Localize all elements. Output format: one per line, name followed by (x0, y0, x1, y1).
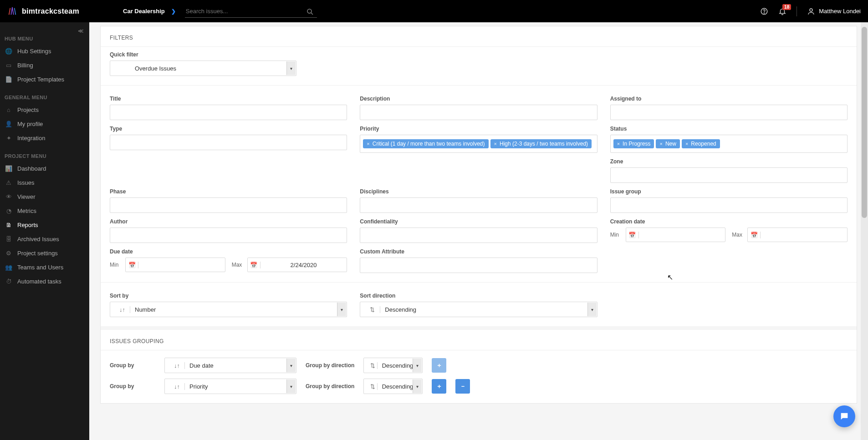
topbar: bimtrackcsteam Car Dealership ❯ 18 Matth… (0, 0, 868, 22)
search-icon[interactable] (306, 8, 314, 16)
svg-point-0 (307, 9, 311, 13)
project-name: Car Dealership (123, 8, 165, 15)
search-wrap (185, 5, 317, 18)
brand: bimtrackcsteam (7, 6, 79, 16)
search-input[interactable] (185, 5, 317, 18)
user-icon (807, 7, 815, 15)
svg-line-1 (311, 13, 313, 15)
user-menu[interactable]: Matthew Londei (807, 7, 861, 15)
svg-point-4 (810, 9, 812, 11)
top-right: 18 Matthew Londei (760, 6, 861, 16)
help-icon[interactable] (760, 7, 768, 15)
brand-name: bimtrackcsteam (22, 7, 79, 15)
user-name: Matthew Londei (819, 8, 861, 15)
notifications-icon[interactable]: 18 (778, 7, 786, 15)
topbar-project[interactable]: Car Dealership ❯ (123, 8, 176, 15)
notification-badge: 18 (782, 4, 791, 10)
logo-icon (7, 6, 17, 16)
chevron-right-icon: ❯ (171, 8, 176, 15)
divider (797, 6, 797, 16)
svg-point-3 (764, 13, 765, 13)
